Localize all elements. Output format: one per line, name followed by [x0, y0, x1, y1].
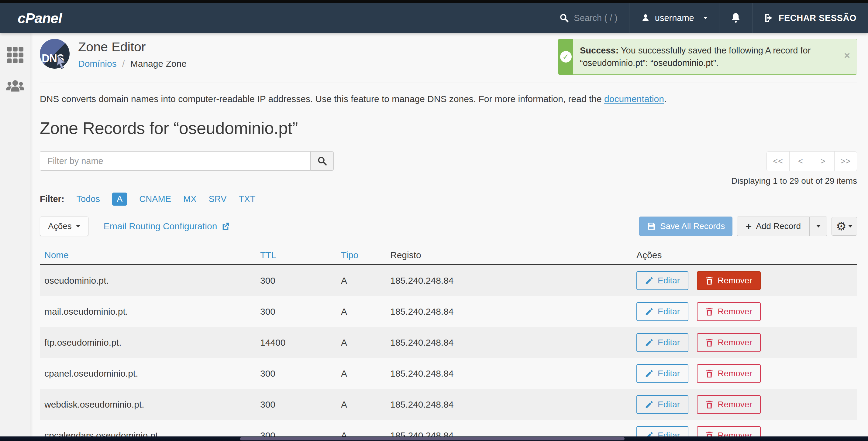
edit-record-button[interactable]: Editar: [637, 333, 688, 352]
email-routing-link[interactable]: Email Routing Configuration: [104, 221, 231, 231]
edit-record-label: Editar: [658, 338, 680, 347]
filter-mx-link[interactable]: MX: [183, 194, 197, 204]
page-titles: Zone Editor Domínios / Manage Zone: [78, 39, 187, 69]
record-type-cell: A: [336, 368, 386, 379]
bell-icon: [731, 13, 741, 23]
remove-record-button[interactable]: Remover: [697, 395, 761, 414]
remove-record-label: Remover: [718, 307, 752, 316]
filter-label: Filter:: [40, 194, 64, 204]
actions-dropdown-button[interactable]: Ações: [40, 216, 88, 236]
page-title: Zone Editor: [78, 39, 187, 54]
page-header-row: DNS Zone Editor Domínios / Manage Zone: [40, 39, 857, 75]
navbar-search[interactable]: Search ( / ): [548, 3, 629, 33]
horizontal-scrollbar-thumb[interactable]: [240, 437, 625, 440]
navbar-logout[interactable]: FECHAR SESSÃO: [752, 3, 868, 33]
navbar-notifications[interactable]: [719, 3, 752, 33]
navbar-user-menu[interactable]: username: [629, 3, 719, 33]
table-row: mail.oseudominio.pt. 300 A 185.240.248.8…: [40, 296, 857, 327]
column-header-nome[interactable]: Nome: [40, 250, 256, 260]
table-settings-button[interactable]: ⚙: [832, 217, 857, 236]
breadcrumb-current: Manage Zone: [130, 59, 187, 69]
navbar-username: username: [655, 13, 694, 23]
record-actions-cell: Editar Remover: [632, 302, 857, 321]
gear-icon: ⚙: [836, 220, 846, 232]
filter-todos-link[interactable]: Todos: [76, 194, 100, 204]
remove-record-button[interactable]: Remover: [697, 271, 761, 290]
page-content: DNS Zone Editor Domínios / Manage Zone: [30, 33, 868, 441]
edit-record-button[interactable]: Editar: [637, 271, 688, 290]
remove-record-button[interactable]: Remover: [697, 302, 761, 321]
table-row: oseudominio.pt. 300 A 185.240.248.84 Edi…: [40, 265, 857, 296]
add-record-split-button: + Add Record: [737, 216, 827, 236]
table-row: webdisk.oseudominio.pt. 300 A 185.240.24…: [40, 389, 857, 420]
filter-txt-link[interactable]: TXT: [239, 194, 256, 204]
toolbar-right: Save All Records + Add Record ⚙: [639, 216, 857, 236]
success-alert-title: Success:: [580, 45, 618, 55]
page-header: DNS Zone Editor Domínios / Manage Zone: [40, 39, 187, 69]
logout-icon: [764, 13, 774, 23]
save-icon: [647, 222, 656, 231]
description-period: .: [664, 94, 666, 104]
filter-by-name-input[interactable]: [40, 151, 310, 171]
chevron-down-icon: [703, 17, 708, 19]
chevron-down-icon: [848, 225, 852, 228]
main-area: DNS Zone Editor Domínios / Manage Zone: [0, 33, 868, 441]
apps-grid-icon[interactable]: [6, 46, 24, 64]
left-sidebar: [0, 33, 30, 441]
filter-a-chip-active[interactable]: A: [112, 193, 127, 206]
cursor-pointer-icon: [56, 56, 68, 70]
external-link-icon: [221, 222, 230, 231]
documentation-link[interactable]: documentation: [604, 94, 664, 104]
window-top-edge: [0, 0, 868, 3]
add-record-button[interactable]: + Add Record: [737, 216, 810, 236]
breadcrumb-dominios-link[interactable]: Domínios: [78, 59, 117, 69]
edit-record-button[interactable]: Editar: [637, 302, 688, 321]
dns-feature-icon: DNS: [40, 39, 70, 69]
close-icon[interactable]: ×: [844, 50, 850, 61]
edit-record-button[interactable]: Editar: [637, 395, 688, 414]
filter-srv-link[interactable]: SRV: [209, 194, 227, 204]
record-actions-cell: Editar Remover: [632, 333, 857, 352]
breadcrumb-separator: /: [122, 59, 125, 69]
record-ttl-cell: 300: [256, 368, 336, 379]
save-all-records-button[interactable]: Save All Records: [639, 216, 733, 236]
table-row: ftp.oseudominio.pt. 14400 A 185.240.248.…: [40, 327, 857, 358]
cpanel-logo[interactable]: cPanel: [18, 10, 62, 26]
edit-record-label: Editar: [658, 276, 680, 285]
add-record-dropdown-toggle[interactable]: [810, 216, 827, 236]
toolbar-left: Ações Email Routing Configuration: [40, 216, 230, 236]
record-ttl-cell: 300: [256, 399, 336, 410]
filter-cname-link[interactable]: CNAME: [139, 194, 171, 204]
pencil-icon: [645, 400, 653, 409]
top-navbar: cPanel Search ( / ) username: [0, 3, 868, 33]
actions-dropdown-label: Ações: [48, 222, 72, 231]
users-group-icon[interactable]: [5, 79, 25, 94]
header-divider: [40, 82, 857, 83]
search-icon: [317, 156, 327, 166]
table-row: cpanel.oseudominio.pt. 300 A 185.240.248…: [40, 358, 857, 389]
filter-search-button[interactable]: [310, 151, 334, 171]
pagination-next-button[interactable]: >: [812, 151, 834, 171]
remove-record-button[interactable]: Remover: [697, 333, 761, 352]
cpanel-zone-editor-screen: cPanel Search ( / ) username: [0, 0, 868, 441]
record-value-cell: 185.240.248.84: [386, 306, 632, 317]
remove-record-label: Remover: [718, 400, 752, 409]
remove-record-label: Remover: [718, 369, 752, 378]
save-all-records-label: Save All Records: [660, 222, 725, 231]
column-header-registo: Registo: [386, 250, 632, 260]
pagination-prev-button[interactable]: <: [789, 151, 812, 171]
email-routing-label: Email Routing Configuration: [104, 221, 217, 231]
chevron-down-icon: [816, 225, 820, 228]
edit-record-button[interactable]: Editar: [637, 364, 688, 383]
check-circle-icon: ✓: [560, 51, 572, 63]
edit-record-label: Editar: [658, 307, 680, 316]
pagination-first-button[interactable]: <<: [767, 151, 789, 171]
pagination-last-button[interactable]: >>: [834, 151, 857, 171]
type-filter-row: Filter: Todos A CNAME MX SRV TXT: [40, 193, 857, 206]
record-value-cell: 185.240.248.84: [386, 337, 632, 348]
breadcrumb: Domínios / Manage Zone: [78, 59, 187, 69]
column-header-ttl[interactable]: TTL: [256, 250, 336, 260]
remove-record-button[interactable]: Remover: [697, 364, 761, 383]
column-header-tipo[interactable]: Tipo: [336, 250, 386, 260]
trash-icon: [705, 400, 713, 409]
